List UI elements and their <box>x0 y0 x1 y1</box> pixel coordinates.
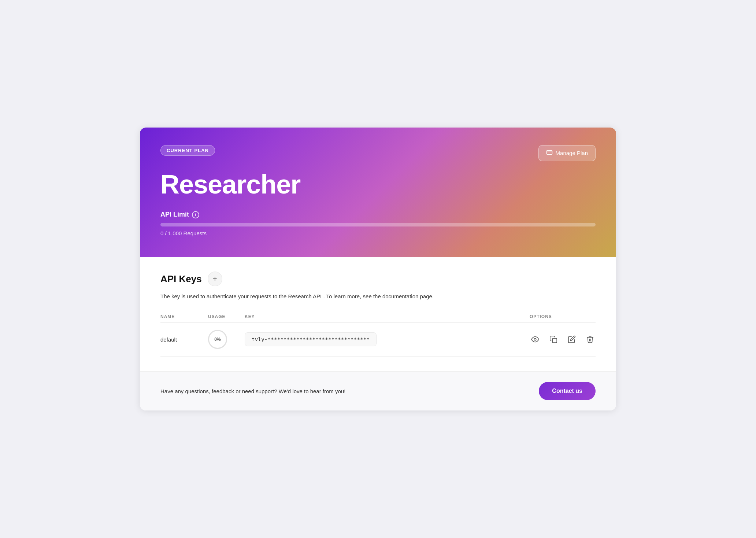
api-keys-title: API Keys <box>160 273 202 285</box>
manage-plan-button[interactable]: Manage Plan <box>538 145 596 161</box>
options-cell <box>530 334 596 345</box>
copy-icon <box>549 335 557 343</box>
api-keys-table-body: default 0% tvly-************************… <box>160 323 596 357</box>
current-plan-badge: CURRENT PLAN <box>160 145 215 156</box>
col-header-options: OPTIONS <box>530 311 596 323</box>
col-header-name: NAME <box>160 311 208 323</box>
key-value-cell: tvly-******************************** <box>245 323 530 357</box>
svg-rect-3 <box>552 338 557 343</box>
api-keys-table-header: NAME USAGE KEY OPTIONS <box>160 311 596 323</box>
key-options-cell <box>530 323 596 357</box>
col-header-usage: USAGE <box>208 311 245 323</box>
key-usage-cell: 0% <box>208 323 245 357</box>
footer-text: Have any questions, feedback or need sup… <box>160 388 345 394</box>
plan-name: Researcher <box>160 170 596 199</box>
main-content: API Keys + The key is used to authentica… <box>140 257 616 371</box>
key-name-cell: default <box>160 323 208 357</box>
add-key-button[interactable]: + <box>208 272 222 286</box>
credit-card-icon <box>546 149 553 157</box>
edit-key-button[interactable] <box>566 334 577 345</box>
progress-bar-background <box>160 223 596 226</box>
copy-key-button[interactable] <box>548 334 559 345</box>
api-limit-text: 0 / 1,000 Requests <box>160 230 596 236</box>
key-value-box: tvly-******************************** <box>245 332 377 346</box>
delete-key-button[interactable] <box>585 334 596 345</box>
documentation-link[interactable]: documentation <box>382 293 418 299</box>
plan-header-row: CURRENT PLAN Manage Plan <box>160 145 596 161</box>
api-keys-table: NAME USAGE KEY OPTIONS default 0% tvly-*… <box>160 311 596 357</box>
page-container: CURRENT PLAN Manage Plan Researcher API … <box>140 128 616 410</box>
research-api-link[interactable]: Research API <box>288 293 322 299</box>
api-keys-section-header: API Keys + <box>160 272 596 286</box>
eye-icon <box>531 335 539 343</box>
edit-icon <box>568 335 576 343</box>
api-keys-description: The key is used to authenticate your req… <box>160 292 596 301</box>
manage-plan-label: Manage Plan <box>556 150 588 156</box>
api-limit-label: API Limit i <box>160 211 596 218</box>
trash-icon <box>586 335 594 343</box>
svg-point-2 <box>534 338 536 340</box>
contact-us-button[interactable]: Contact us <box>539 382 596 400</box>
usage-circle: 0% <box>208 330 227 349</box>
table-row: default 0% tvly-************************… <box>160 323 596 357</box>
footer-bar: Have any questions, feedback or need sup… <box>140 371 616 410</box>
api-limit-info-icon[interactable]: i <box>192 211 199 218</box>
svg-rect-0 <box>546 151 552 155</box>
view-key-button[interactable] <box>530 334 541 345</box>
plan-card: CURRENT PLAN Manage Plan Researcher API … <box>140 128 616 257</box>
col-header-key: KEY <box>245 311 530 323</box>
